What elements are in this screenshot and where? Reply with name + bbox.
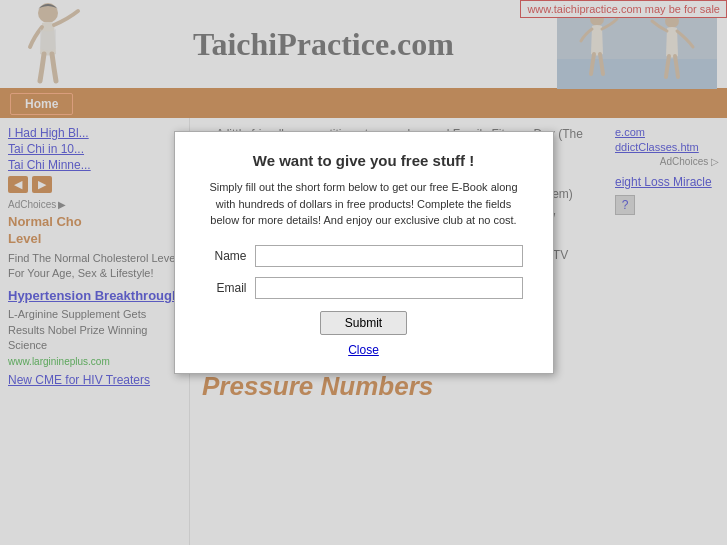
modal-close-row: Close <box>205 343 523 357</box>
submit-button[interactable]: Submit <box>320 311 407 335</box>
name-form-row: Name <box>205 245 523 267</box>
close-link[interactable]: Close <box>348 343 379 357</box>
email-label: Email <box>205 281 255 295</box>
modal-description: Simply fill out the short form below to … <box>205 179 523 229</box>
name-label: Name <box>205 249 255 263</box>
email-input[interactable] <box>255 277 523 299</box>
email-form-row: Email <box>205 277 523 299</box>
modal-overlay: We want to give you free stuff ! Simply … <box>0 0 727 545</box>
modal-dialog: We want to give you free stuff ! Simply … <box>174 131 554 374</box>
name-input[interactable] <box>255 245 523 267</box>
modal-title: We want to give you free stuff ! <box>205 152 523 169</box>
modal-submit-row: Submit <box>205 311 523 335</box>
